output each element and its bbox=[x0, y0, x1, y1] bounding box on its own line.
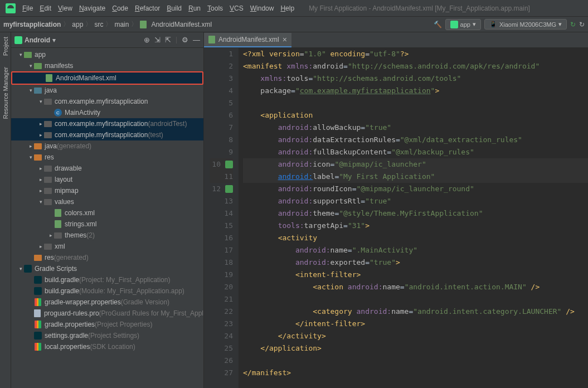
sync-icon[interactable]: ↻ bbox=[570, 21, 576, 28]
tree-arrow-icon[interactable]: ▾ bbox=[38, 199, 43, 205]
tree-item[interactable]: ▾com.example.myfirstapplication bbox=[11, 96, 203, 107]
tree-item[interactable]: ▾values bbox=[11, 196, 203, 207]
tree-arrow-icon[interactable]: ▸ bbox=[38, 177, 43, 182]
menu-navigate[interactable]: Navigate bbox=[76, 2, 109, 14]
code-content[interactable]: <?xml version="1.0" encoding="utf-8"?><m… bbox=[239, 48, 588, 388]
code-line[interactable]: <intent-filter> bbox=[243, 269, 588, 281]
tree-arrow-icon[interactable]: ▸ bbox=[38, 121, 43, 127]
code-line[interactable]: <category android:name="android.intent.c… bbox=[243, 305, 588, 318]
tree-arrow-icon[interactable]: ▸ bbox=[28, 143, 33, 149]
menu-build[interactable]: Build bbox=[163, 2, 185, 14]
tree-arrow-icon[interactable]: ▾ bbox=[28, 88, 33, 93]
device-dropdown[interactable]: 📱 Xiaomi M2006C3MG ▾ bbox=[484, 19, 567, 30]
tree-item[interactable]: ▸proguard-rules.pro (ProGuard Rules for … bbox=[11, 308, 203, 319]
code-line[interactable]: <action android:name="android.intent.act… bbox=[243, 281, 588, 293]
tree-item[interactable]: ▸drawable bbox=[11, 163, 203, 174]
select-opened-icon[interactable]: ⊕ bbox=[144, 36, 150, 44]
tree-item[interactable]: ▾java bbox=[11, 85, 203, 96]
tree-item[interactable]: ▸gradle-wrapper.properties (Gradle Versi… bbox=[11, 297, 203, 308]
code-line[interactable]: <manifest xmlns:android="http://schemas.… bbox=[243, 60, 588, 72]
tree-arrow-icon[interactable]: ▸ bbox=[48, 232, 54, 238]
tree-arrow-icon[interactable]: ▸ bbox=[38, 132, 43, 138]
code-line[interactable]: android:name=".MainActivity" bbox=[243, 244, 588, 256]
editor-tab[interactable]: AndroidManifest.xml × bbox=[204, 33, 291, 47]
tree-item[interactable]: ▾Gradle Scripts bbox=[11, 263, 203, 274]
code-line[interactable]: </manifest> bbox=[243, 367, 588, 379]
hide-icon[interactable]: — bbox=[193, 36, 200, 44]
code-line[interactable]: <application bbox=[243, 109, 588, 122]
tree-item[interactable]: ▸gradle.properties (Project Properties) bbox=[11, 319, 203, 330]
tree-item[interactable]: ▸build.gradle (Project: My_First_Applica… bbox=[11, 274, 203, 285]
gutter-resource-icon[interactable] bbox=[225, 185, 233, 193]
code-line[interactable] bbox=[243, 355, 588, 367]
chevron-down-icon[interactable]: ▾ bbox=[52, 36, 56, 44]
menu-view[interactable]: View bbox=[55, 2, 76, 14]
breadcrumb-item[interactable]: src bbox=[94, 21, 103, 28]
tree-item[interactable]: ▸strings.xml bbox=[11, 219, 203, 230]
build-icon[interactable]: 🔨 bbox=[434, 21, 442, 28]
code-line[interactable]: xmlns:tools="http://schemas.android.com/… bbox=[243, 72, 588, 85]
tree-item[interactable]: ▾res bbox=[11, 152, 203, 163]
code-line[interactable]: package="com.example.myfirstapplication"… bbox=[243, 85, 588, 97]
code-line[interactable]: android:label="My First Application" bbox=[243, 171, 588, 183]
breadcrumb-item[interactable]: main bbox=[114, 21, 129, 28]
code-line[interactable]: </intent-filter> bbox=[243, 318, 588, 330]
menu-help[interactable]: Help bbox=[277, 2, 298, 14]
project-tree[interactable]: ▾app▾manifests▸AndroidManifest.xml▾java▾… bbox=[11, 48, 203, 388]
tree-arrow-icon[interactable]: ▸ bbox=[38, 244, 43, 249]
code-line[interactable] bbox=[243, 293, 588, 305]
gutter-resource-icon[interactable] bbox=[225, 161, 233, 168]
tree-item[interactable]: ▸build.gradle (Module: My_First_Applicat… bbox=[11, 285, 203, 297]
code-line[interactable]: android:dataExtractionRules="@xml/data_e… bbox=[243, 134, 588, 146]
tree-arrow-icon[interactable]: ▾ bbox=[18, 266, 23, 271]
menu-code[interactable]: Code bbox=[109, 2, 132, 14]
code-line[interactable]: android:supportsRtl="true" bbox=[243, 195, 588, 207]
collapse-icon[interactable]: ⇱ bbox=[165, 36, 171, 44]
tree-item[interactable]: ▸themes (2) bbox=[11, 230, 203, 241]
code-line[interactable]: android:allowBackup="true" bbox=[243, 122, 588, 134]
tree-item[interactable]: ▸colors.xml bbox=[11, 207, 203, 219]
rail-tab-resource-manager[interactable]: Resource Manager bbox=[1, 62, 10, 124]
code-line[interactable]: android:roundIcon="@mipmap/ic_launcher_r… bbox=[243, 183, 588, 195]
run-config-dropdown[interactable]: app ▾ bbox=[445, 19, 481, 30]
expand-icon[interactable]: ⇲ bbox=[154, 36, 161, 44]
tree-item[interactable]: ▸java (generated) bbox=[11, 140, 203, 152]
menu-vcs[interactable]: VCS bbox=[226, 2, 247, 14]
code-line[interactable]: android:theme="@style/Theme.MyFirstAppli… bbox=[243, 207, 588, 220]
tree-item[interactable]: ▸layout bbox=[11, 174, 203, 185]
code-line[interactable]: <?xml version="1.0" encoding="utf-8"?> bbox=[243, 48, 588, 60]
tree-item[interactable]: ▸CMainActivity bbox=[11, 107, 203, 118]
code-line[interactable]: </application> bbox=[243, 342, 588, 355]
code-line[interactable]: android:icon="@mipmap/ic_launcher" bbox=[243, 158, 588, 171]
code-line[interactable]: </activity> bbox=[243, 330, 588, 342]
tree-arrow-icon[interactable]: ▾ bbox=[28, 63, 33, 69]
panel-mode[interactable]: Android bbox=[25, 36, 50, 44]
code-line[interactable]: android:exported="true"> bbox=[243, 256, 588, 269]
gutter[interactable]: 1234567891011121314151617181920212223242… bbox=[204, 48, 239, 388]
rail-tab-project[interactable]: Project bbox=[1, 32, 10, 60]
tree-item[interactable]: ▸com.example.myfirstapplication (test) bbox=[11, 129, 203, 140]
tree-arrow-icon[interactable]: ▸ bbox=[38, 188, 43, 193]
breadcrumb-item[interactable]: AndroidManifest.xml bbox=[151, 21, 212, 28]
tree-item[interactable]: ▸xml bbox=[11, 241, 203, 252]
code-line[interactable]: android:fullBackupContent="@xml/backup_r… bbox=[243, 146, 588, 158]
menu-run[interactable]: Run bbox=[185, 2, 204, 14]
tree-item[interactable]: ▸settings.gradle (Project Settings) bbox=[11, 330, 203, 341]
gear-icon[interactable]: ⚙ bbox=[182, 36, 188, 44]
tree-item[interactable]: ▾manifests bbox=[11, 60, 203, 71]
tree-item[interactable]: ▸com.example.myfirstapplication (android… bbox=[11, 118, 203, 129]
close-icon[interactable]: × bbox=[283, 35, 287, 44]
menu-tools[interactable]: Tools bbox=[204, 2, 226, 14]
tree-item[interactable]: ▾app bbox=[11, 49, 203, 60]
code-line[interactable] bbox=[243, 97, 588, 109]
tree-arrow-icon[interactable]: ▾ bbox=[18, 52, 23, 57]
tree-item[interactable]: ▸mipmap bbox=[11, 185, 203, 196]
tree-item[interactable]: ▸local.properties (SDK Location) bbox=[11, 341, 203, 352]
menu-refactor[interactable]: Refactor bbox=[132, 2, 163, 14]
breadcrumb-item[interactable]: myfirstapplication bbox=[3, 21, 61, 28]
tree-item[interactable]: ▸AndroidManifest.xml bbox=[11, 71, 203, 85]
breadcrumb-item[interactable]: app bbox=[72, 21, 83, 28]
menu-file[interactable]: File bbox=[19, 2, 36, 14]
code-line[interactable]: tools:targetApi="31"> bbox=[243, 220, 588, 232]
tree-arrow-icon[interactable]: ▾ bbox=[38, 99, 43, 104]
